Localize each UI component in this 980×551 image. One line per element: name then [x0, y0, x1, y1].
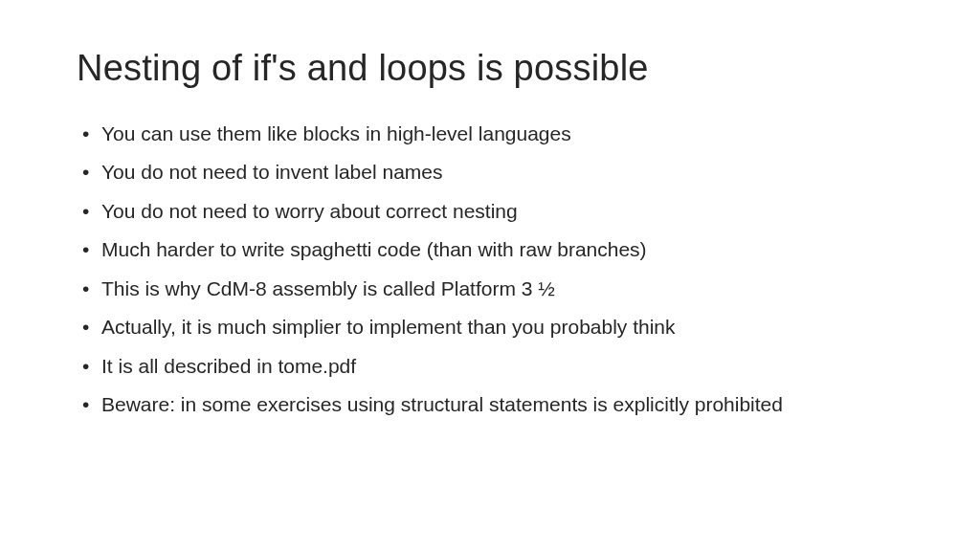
list-item: Actually, it is much simplier to impleme…: [82, 313, 903, 342]
list-item: Beware: in some exercises using structur…: [82, 390, 903, 419]
list-item: You do not need to invent label names: [82, 158, 903, 187]
bullet-list: You can use them like blocks in high-lev…: [77, 120, 903, 420]
list-item: This is why CdM-8 assembly is called Pla…: [82, 275, 903, 303]
slide-title: Nesting of if's and loops is possible: [77, 48, 903, 89]
list-item: Much harder to write spaghetti code (tha…: [82, 235, 903, 264]
list-item: You can use them like blocks in high-lev…: [82, 120, 903, 148]
list-item: You do not need to worry about correct n…: [82, 197, 903, 226]
list-item: It is all described in tome.pdf: [82, 352, 903, 381]
